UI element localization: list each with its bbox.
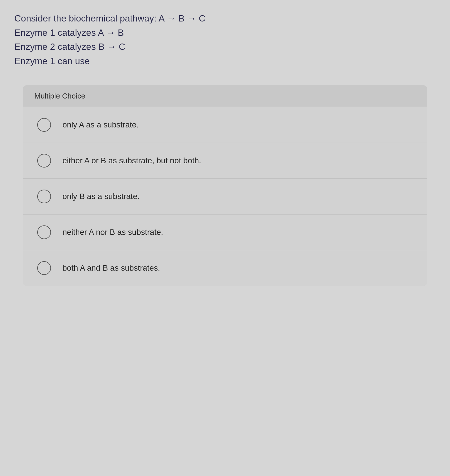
option-label-c: only B as a substrate. xyxy=(62,192,139,201)
option-item-b[interactable]: either A or B as substrate, but not both… xyxy=(23,143,427,179)
option-item-d[interactable]: neither A nor B as substrate. xyxy=(23,215,427,250)
option-label-a: only A as a substrate. xyxy=(62,120,139,129)
radio-circle-e[interactable] xyxy=(37,261,51,275)
multiple-choice-container: Multiple Choice only A as a substrate.ei… xyxy=(23,85,427,286)
question-text: Consider the biochemical pathway: A → B … xyxy=(14,11,436,68)
question-line-3: Enzyme 2 catalyzes B → C xyxy=(14,40,436,54)
option-label-d: neither A nor B as substrate. xyxy=(62,228,163,237)
option-item-c[interactable]: only B as a substrate. xyxy=(23,179,427,215)
radio-circle-b[interactable] xyxy=(37,154,51,168)
question-line-2: Enzyme 1 catalyzes A → B xyxy=(14,26,436,40)
question-line-4: Enzyme 1 can use xyxy=(14,54,436,68)
multiple-choice-header: Multiple Choice xyxy=(23,85,427,107)
question-line-1: Consider the biochemical pathway: A → B … xyxy=(14,11,436,26)
option-label-e: both A and B as substrates. xyxy=(62,263,160,273)
radio-circle-c[interactable] xyxy=(37,190,51,203)
radio-circle-d[interactable] xyxy=(37,225,51,239)
radio-circle-a[interactable] xyxy=(37,118,51,132)
options-list: only A as a substrate.either A or B as s… xyxy=(23,107,427,286)
option-item-e[interactable]: both A and B as substrates. xyxy=(23,250,427,286)
option-item-a[interactable]: only A as a substrate. xyxy=(23,107,427,143)
option-label-b: either A or B as substrate, but not both… xyxy=(62,156,201,165)
